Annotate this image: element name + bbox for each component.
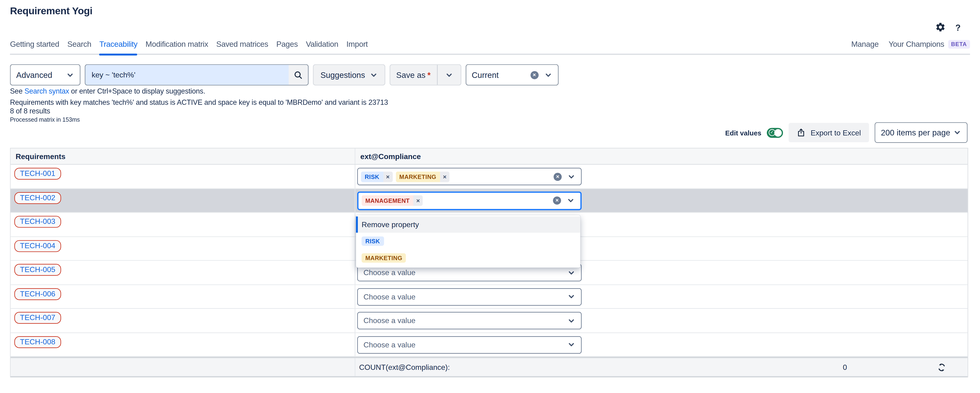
- requirements-cell: TECH-008: [11, 333, 355, 356]
- requirements-cell: TECH-006: [11, 285, 355, 308]
- table-row: TECH-008Choose a value: [11, 333, 967, 357]
- tab-getting-started[interactable]: Getting started: [10, 40, 59, 54]
- tab-search[interactable]: Search: [67, 40, 91, 54]
- select-placeholder: Choose a value: [364, 340, 415, 349]
- select-controls: [567, 316, 576, 325]
- column-header-ext-compliance: ext@Compliance: [355, 149, 967, 164]
- processing-time: Processed matrix in 153ms: [10, 116, 80, 123]
- chevron-down-icon: [567, 340, 576, 349]
- search-syntax-link[interactable]: Search syntax: [25, 87, 69, 95]
- chevron-down-icon: [544, 71, 552, 79]
- choose-value-select[interactable]: Choose a value: [357, 312, 582, 329]
- tab-manage[interactable]: Manage: [851, 40, 878, 54]
- refresh-icon[interactable]: [937, 363, 947, 372]
- clear-values-icon[interactable]: ×: [554, 173, 562, 181]
- page-size-value: 200 items per page: [881, 128, 950, 137]
- requirement-key-link[interactable]: TECH-004: [14, 240, 61, 252]
- remove-tag-icon[interactable]: ×: [413, 195, 423, 206]
- choose-value-select[interactable]: Choose a value: [357, 288, 582, 305]
- compliance-cell: Choose a value: [355, 333, 967, 356]
- chevron-down-icon: [567, 316, 576, 325]
- select-controls: [567, 340, 576, 349]
- tab-traceability[interactable]: Traceability: [99, 40, 137, 54]
- search-mode-select[interactable]: Advanced: [10, 64, 80, 86]
- value-tag: MANAGEMENT×: [362, 195, 423, 206]
- tab-your-champions[interactable]: Your ChampionsBETA: [889, 40, 970, 54]
- select-controls: ×: [553, 196, 574, 205]
- table-row: TECH-007Choose a value: [11, 309, 967, 333]
- tab-validation[interactable]: Validation: [306, 40, 338, 54]
- chevron-down-icon: [66, 71, 74, 79]
- tab-label: Manage: [851, 40, 878, 49]
- tab-list-right: ManageYour ChampionsBETA: [851, 40, 970, 54]
- select-controls: ×: [554, 173, 575, 181]
- tag-list: RISK×MARKETING×: [361, 171, 449, 182]
- edit-values-toggle[interactable]: ✓: [767, 128, 783, 137]
- beta-badge: BETA: [948, 40, 970, 49]
- search-toolbar: Advanced Suggestions Save as * Current: [10, 64, 558, 86]
- compliance-cell: Choose a value: [355, 309, 967, 332]
- select-placeholder: Choose a value: [364, 316, 415, 325]
- chevron-down-icon: [369, 71, 377, 79]
- footer-empty-cell: [11, 358, 355, 376]
- choose-value-select[interactable]: Choose a value: [357, 336, 582, 353]
- search-input[interactable]: [85, 65, 288, 85]
- chevron-down-icon: [567, 268, 576, 277]
- save-as-label: Save as: [396, 70, 425, 80]
- suggestions-label: Suggestions: [320, 70, 365, 80]
- save-as-menu-button[interactable]: [438, 65, 461, 85]
- table-row: TECH-001RISK×MARKETING××: [11, 165, 967, 189]
- dropdown-option-risk[interactable]: RISK: [356, 233, 581, 249]
- value-tag: MARKETING×: [396, 171, 449, 182]
- remove-tag-icon[interactable]: ×: [440, 171, 449, 182]
- edit-values-label: Edit values: [725, 129, 761, 136]
- clear-values-icon[interactable]: ×: [553, 196, 561, 205]
- requirement-key-link[interactable]: TECH-005: [14, 264, 61, 276]
- requirements-cell: TECH-005: [11, 261, 355, 284]
- tab-saved-matrices[interactable]: Saved matrices: [216, 40, 268, 54]
- select-placeholder: Choose a value: [364, 292, 415, 301]
- required-mark: *: [427, 70, 431, 80]
- dropdown-option-marketing[interactable]: MARKETING: [356, 249, 581, 267]
- requirements-cell: TECH-001: [11, 165, 355, 188]
- requirement-key-link[interactable]: TECH-008: [14, 336, 61, 348]
- tab-modification-matrix[interactable]: Modification matrix: [146, 40, 208, 54]
- tag-multiselect[interactable]: MANAGEMENT××: [357, 191, 582, 210]
- dropdown-option-remove-property[interactable]: Remove property: [356, 216, 581, 233]
- page-title: Requirement Yogi: [10, 6, 92, 17]
- tag-multiselect[interactable]: RISK×MARKETING××: [357, 168, 582, 185]
- tab-import[interactable]: Import: [347, 40, 368, 54]
- help-icon[interactable]: ?: [955, 22, 961, 32]
- query-description: Requirements with key matches 'tech%' an…: [10, 99, 388, 106]
- tag-list: MANAGEMENT×: [362, 195, 423, 206]
- compliance-cell: Choose a value: [355, 285, 967, 308]
- table-row: TECH-002MANAGEMENT××: [11, 189, 967, 213]
- requirement-key-link[interactable]: TECH-001: [14, 168, 61, 180]
- tab-bar: Getting startedSearchTraceabilityModific…: [10, 38, 970, 55]
- requirement-key-link[interactable]: TECH-002: [14, 192, 61, 204]
- search-icon: [294, 70, 303, 80]
- save-as-button[interactable]: Save as *: [390, 65, 437, 85]
- requirement-key-link[interactable]: TECH-007: [14, 312, 61, 324]
- export-to-excel-button[interactable]: Export to Excel: [789, 123, 869, 142]
- remove-tag-icon[interactable]: ×: [383, 171, 393, 182]
- select-placeholder: Choose a value: [364, 268, 415, 277]
- requirement-key-link[interactable]: TECH-003: [14, 216, 61, 228]
- settings-icon[interactable]: [935, 22, 946, 32]
- results-count: 8 of 8 results: [10, 107, 50, 115]
- requirement-key-link[interactable]: TECH-006: [14, 288, 61, 300]
- requirements-cell: TECH-007: [11, 309, 355, 332]
- page-size-select[interactable]: 200 items per page: [875, 122, 967, 143]
- tab-pages[interactable]: Pages: [276, 40, 298, 54]
- tab-list: Getting startedSearchTraceabilityModific…: [10, 40, 368, 54]
- saved-search-select[interactable]: Current ×: [465, 64, 558, 86]
- tag-options-dropdown: Remove propertyRISKMARKETING: [356, 215, 581, 268]
- search-button[interactable]: [289, 65, 308, 85]
- clear-saved-search-icon[interactable]: ×: [530, 71, 538, 79]
- tag-lozenge: RISK: [362, 236, 384, 246]
- tag-label: MARKETING: [396, 171, 440, 182]
- requirements-cell: TECH-004: [11, 237, 355, 260]
- requirements-cell: TECH-002: [11, 189, 355, 212]
- compliance-cell: MANAGEMENT××: [355, 189, 967, 212]
- suggestions-button[interactable]: Suggestions: [313, 64, 385, 86]
